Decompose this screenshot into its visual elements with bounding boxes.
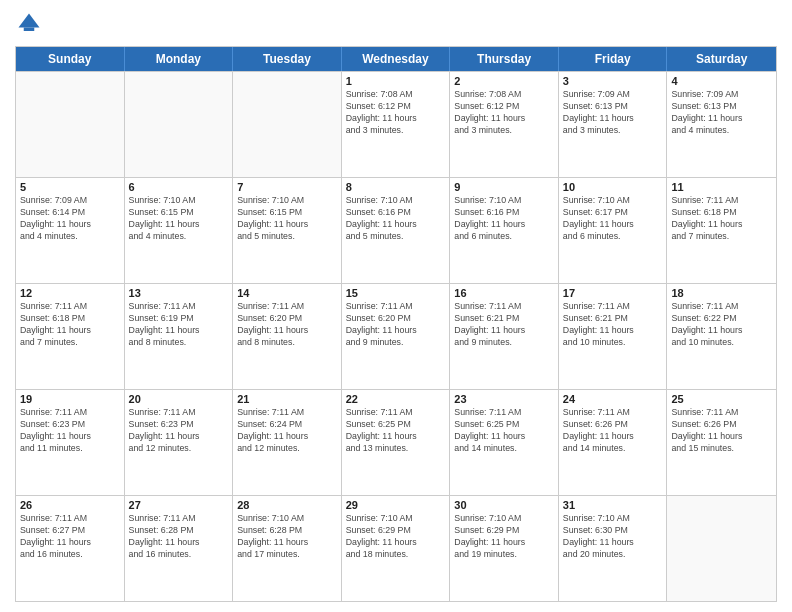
calendar-cell: 21Sunrise: 7:11 AM Sunset: 6:24 PM Dayli… — [233, 390, 342, 495]
cell-day-number: 22 — [346, 393, 446, 405]
calendar-cell: 10Sunrise: 7:10 AM Sunset: 6:17 PM Dayli… — [559, 178, 668, 283]
calendar-cell: 24Sunrise: 7:11 AM Sunset: 6:26 PM Dayli… — [559, 390, 668, 495]
cell-day-number: 10 — [563, 181, 663, 193]
cell-day-info: Sunrise: 7:09 AM Sunset: 6:13 PM Dayligh… — [671, 89, 772, 137]
calendar-cell — [16, 72, 125, 177]
calendar-cell: 19Sunrise: 7:11 AM Sunset: 6:23 PM Dayli… — [16, 390, 125, 495]
cell-day-info: Sunrise: 7:11 AM Sunset: 6:25 PM Dayligh… — [346, 407, 446, 455]
calendar-cell: 7Sunrise: 7:10 AM Sunset: 6:15 PM Daylig… — [233, 178, 342, 283]
cell-day-number: 7 — [237, 181, 337, 193]
calendar: SundayMondayTuesdayWednesdayThursdayFrid… — [15, 46, 777, 602]
cell-day-number: 21 — [237, 393, 337, 405]
cell-day-info: Sunrise: 7:10 AM Sunset: 6:15 PM Dayligh… — [129, 195, 229, 243]
cell-day-number: 29 — [346, 499, 446, 511]
weekday-header: Tuesday — [233, 47, 342, 71]
calendar-header: SundayMondayTuesdayWednesdayThursdayFrid… — [16, 47, 776, 71]
cell-day-info: Sunrise: 7:11 AM Sunset: 6:28 PM Dayligh… — [129, 513, 229, 561]
calendar-row: 19Sunrise: 7:11 AM Sunset: 6:23 PM Dayli… — [16, 389, 776, 495]
cell-day-info: Sunrise: 7:11 AM Sunset: 6:25 PM Dayligh… — [454, 407, 554, 455]
cell-day-info: Sunrise: 7:11 AM Sunset: 6:18 PM Dayligh… — [20, 301, 120, 349]
cell-day-number: 24 — [563, 393, 663, 405]
weekday-header: Thursday — [450, 47, 559, 71]
cell-day-number: 2 — [454, 75, 554, 87]
cell-day-info: Sunrise: 7:11 AM Sunset: 6:23 PM Dayligh… — [20, 407, 120, 455]
calendar-cell — [667, 496, 776, 601]
calendar-cell: 20Sunrise: 7:11 AM Sunset: 6:23 PM Dayli… — [125, 390, 234, 495]
cell-day-number: 20 — [129, 393, 229, 405]
calendar-cell: 11Sunrise: 7:11 AM Sunset: 6:18 PM Dayli… — [667, 178, 776, 283]
calendar-cell: 13Sunrise: 7:11 AM Sunset: 6:19 PM Dayli… — [125, 284, 234, 389]
page: SundayMondayTuesdayWednesdayThursdayFrid… — [0, 0, 792, 612]
cell-day-info: Sunrise: 7:10 AM Sunset: 6:16 PM Dayligh… — [346, 195, 446, 243]
logo — [15, 10, 47, 38]
cell-day-number: 8 — [346, 181, 446, 193]
calendar-cell: 28Sunrise: 7:10 AM Sunset: 6:28 PM Dayli… — [233, 496, 342, 601]
calendar-row: 12Sunrise: 7:11 AM Sunset: 6:18 PM Dayli… — [16, 283, 776, 389]
calendar-cell: 31Sunrise: 7:10 AM Sunset: 6:30 PM Dayli… — [559, 496, 668, 601]
weekday-header: Friday — [559, 47, 668, 71]
cell-day-info: Sunrise: 7:11 AM Sunset: 6:26 PM Dayligh… — [563, 407, 663, 455]
calendar-row: 1Sunrise: 7:08 AM Sunset: 6:12 PM Daylig… — [16, 71, 776, 177]
cell-day-info: Sunrise: 7:08 AM Sunset: 6:12 PM Dayligh… — [454, 89, 554, 137]
calendar-cell: 16Sunrise: 7:11 AM Sunset: 6:21 PM Dayli… — [450, 284, 559, 389]
cell-day-info: Sunrise: 7:11 AM Sunset: 6:21 PM Dayligh… — [563, 301, 663, 349]
svg-marker-0 — [19, 14, 40, 28]
calendar-cell: 25Sunrise: 7:11 AM Sunset: 6:26 PM Dayli… — [667, 390, 776, 495]
calendar-cell: 22Sunrise: 7:11 AM Sunset: 6:25 PM Dayli… — [342, 390, 451, 495]
cell-day-number: 26 — [20, 499, 120, 511]
cell-day-number: 3 — [563, 75, 663, 87]
cell-day-info: Sunrise: 7:10 AM Sunset: 6:29 PM Dayligh… — [346, 513, 446, 561]
calendar-cell: 2Sunrise: 7:08 AM Sunset: 6:12 PM Daylig… — [450, 72, 559, 177]
cell-day-number: 14 — [237, 287, 337, 299]
cell-day-info: Sunrise: 7:11 AM Sunset: 6:23 PM Dayligh… — [129, 407, 229, 455]
cell-day-info: Sunrise: 7:10 AM Sunset: 6:17 PM Dayligh… — [563, 195, 663, 243]
cell-day-number: 4 — [671, 75, 772, 87]
cell-day-info: Sunrise: 7:11 AM Sunset: 6:18 PM Dayligh… — [671, 195, 772, 243]
logo-icon — [15, 10, 43, 38]
cell-day-number: 6 — [129, 181, 229, 193]
cell-day-info: Sunrise: 7:11 AM Sunset: 6:19 PM Dayligh… — [129, 301, 229, 349]
calendar-cell: 1Sunrise: 7:08 AM Sunset: 6:12 PM Daylig… — [342, 72, 451, 177]
cell-day-info: Sunrise: 7:11 AM Sunset: 6:26 PM Dayligh… — [671, 407, 772, 455]
calendar-cell: 6Sunrise: 7:10 AM Sunset: 6:15 PM Daylig… — [125, 178, 234, 283]
cell-day-info: Sunrise: 7:11 AM Sunset: 6:27 PM Dayligh… — [20, 513, 120, 561]
calendar-cell: 18Sunrise: 7:11 AM Sunset: 6:22 PM Dayli… — [667, 284, 776, 389]
svg-rect-1 — [24, 28, 35, 32]
cell-day-number: 13 — [129, 287, 229, 299]
calendar-cell: 8Sunrise: 7:10 AM Sunset: 6:16 PM Daylig… — [342, 178, 451, 283]
calendar-cell: 27Sunrise: 7:11 AM Sunset: 6:28 PM Dayli… — [125, 496, 234, 601]
weekday-header: Saturday — [667, 47, 776, 71]
cell-day-number: 17 — [563, 287, 663, 299]
cell-day-info: Sunrise: 7:11 AM Sunset: 6:21 PM Dayligh… — [454, 301, 554, 349]
cell-day-number: 31 — [563, 499, 663, 511]
weekday-header: Wednesday — [342, 47, 451, 71]
calendar-cell: 17Sunrise: 7:11 AM Sunset: 6:21 PM Dayli… — [559, 284, 668, 389]
cell-day-info: Sunrise: 7:10 AM Sunset: 6:28 PM Dayligh… — [237, 513, 337, 561]
calendar-cell: 12Sunrise: 7:11 AM Sunset: 6:18 PM Dayli… — [16, 284, 125, 389]
calendar-cell: 4Sunrise: 7:09 AM Sunset: 6:13 PM Daylig… — [667, 72, 776, 177]
calendar-body: 1Sunrise: 7:08 AM Sunset: 6:12 PM Daylig… — [16, 71, 776, 601]
cell-day-number: 19 — [20, 393, 120, 405]
cell-day-number: 30 — [454, 499, 554, 511]
cell-day-number: 23 — [454, 393, 554, 405]
cell-day-info: Sunrise: 7:10 AM Sunset: 6:15 PM Dayligh… — [237, 195, 337, 243]
cell-day-info: Sunrise: 7:10 AM Sunset: 6:29 PM Dayligh… — [454, 513, 554, 561]
cell-day-info: Sunrise: 7:11 AM Sunset: 6:22 PM Dayligh… — [671, 301, 772, 349]
cell-day-number: 16 — [454, 287, 554, 299]
calendar-cell: 9Sunrise: 7:10 AM Sunset: 6:16 PM Daylig… — [450, 178, 559, 283]
calendar-cell: 23Sunrise: 7:11 AM Sunset: 6:25 PM Dayli… — [450, 390, 559, 495]
calendar-cell: 30Sunrise: 7:10 AM Sunset: 6:29 PM Dayli… — [450, 496, 559, 601]
cell-day-number: 12 — [20, 287, 120, 299]
calendar-cell: 14Sunrise: 7:11 AM Sunset: 6:20 PM Dayli… — [233, 284, 342, 389]
cell-day-number: 28 — [237, 499, 337, 511]
cell-day-number: 25 — [671, 393, 772, 405]
cell-day-number: 15 — [346, 287, 446, 299]
calendar-cell: 29Sunrise: 7:10 AM Sunset: 6:29 PM Dayli… — [342, 496, 451, 601]
calendar-cell — [125, 72, 234, 177]
calendar-cell: 3Sunrise: 7:09 AM Sunset: 6:13 PM Daylig… — [559, 72, 668, 177]
cell-day-number: 18 — [671, 287, 772, 299]
weekday-header: Monday — [125, 47, 234, 71]
calendar-cell — [233, 72, 342, 177]
calendar-cell: 15Sunrise: 7:11 AM Sunset: 6:20 PM Dayli… — [342, 284, 451, 389]
cell-day-info: Sunrise: 7:11 AM Sunset: 6:20 PM Dayligh… — [237, 301, 337, 349]
